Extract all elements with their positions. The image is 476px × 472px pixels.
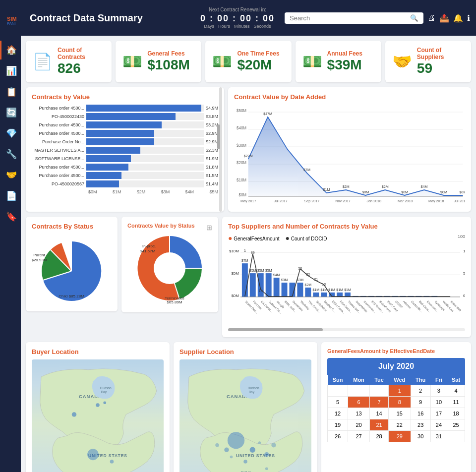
- svg-text:UNITED STATES: UNITED STATES: [236, 453, 275, 458]
- sidebar-item-bookmark[interactable]: 🔖: [0, 207, 21, 226]
- main-content: 📄 Count of Contracts 826 💵 General Fees …: [21, 36, 476, 472]
- svg-text:Nov 2017: Nov 2017: [335, 199, 351, 203]
- calendar-day: [328, 385, 348, 397]
- share-button[interactable]: 📤: [439, 13, 449, 23]
- calendar-day[interactable]: 10: [430, 397, 447, 408]
- bar-value: $1.4M: [206, 181, 218, 186]
- svg-point-158: [230, 456, 233, 459]
- svg-text:Bay: Bay: [101, 390, 107, 394]
- svg-point-139: [96, 403, 100, 407]
- bar-chart: Purchase order 4500... $4.9M PO-45000224…: [32, 105, 218, 187]
- sidebar-item-chart[interactable]: 📊: [0, 61, 21, 80]
- kpi-suppliers-value: 59: [417, 60, 464, 76]
- kpi-row: 📄 Count of Contracts 826 💵 General Fees …: [26, 41, 471, 82]
- bar-row: Purchase order 4500... $2.9M: [32, 130, 218, 137]
- calendar-day[interactable]: 12: [328, 408, 348, 419]
- kpi-annual-info: Annual Fees $39M: [327, 50, 374, 73]
- svg-text:Parent: Parent: [33, 253, 45, 257]
- svg-rect-77: [297, 283, 303, 297]
- sidebar-item-document[interactable]: 📄: [0, 186, 21, 205]
- calendar-day[interactable]: 31: [430, 431, 447, 442]
- svg-text:$2M: $2M: [343, 184, 350, 189]
- sidebar-item-diamond[interactable]: 💎: [0, 124, 21, 143]
- print-button[interactable]: 🖨: [427, 13, 435, 22]
- svg-text:50: 50: [463, 271, 465, 276]
- calendar-day[interactable]: 19: [328, 419, 348, 431]
- calendar-day[interactable]: 20: [348, 419, 370, 431]
- calendar-day[interactable]: 21: [369, 419, 388, 431]
- calendar-day[interactable]: 29: [389, 431, 411, 442]
- calendar-day[interactable]: 30: [411, 431, 430, 442]
- suppliers-scrollbar[interactable]: [228, 328, 465, 331]
- calendar-day[interactable]: 11: [447, 397, 465, 408]
- svg-text:$10M: $10M: [229, 249, 239, 253]
- calendar-day[interactable]: 27: [348, 431, 370, 442]
- svg-text:Jul 2018: Jul 2018: [454, 199, 465, 203]
- bar-value: $2.3M: [206, 148, 218, 153]
- help-button[interactable]: ℹ: [467, 13, 470, 23]
- cal-sat: Sat: [447, 375, 465, 385]
- kpi-general-fees-info: General Fees $108M: [147, 50, 194, 73]
- notification-button[interactable]: 🔔: [453, 13, 463, 23]
- calendar-day[interactable]: 14: [369, 408, 388, 419]
- calendar-day[interactable]: 23: [411, 419, 430, 431]
- calendar-day[interactable]: 1: [389, 385, 411, 397]
- topbar: SIM FANI Contract Data Summary Next Cont…: [0, 0, 476, 36]
- svg-text:May 2017: May 2017: [240, 199, 256, 203]
- bar-track: [86, 164, 204, 171]
- timer-sub: Days Hours Minutes Seconds: [200, 24, 275, 29]
- sidebar-item-list[interactable]: 📋: [0, 82, 21, 101]
- kpi-one-time-label: One Time Fees: [237, 50, 284, 57]
- calendar-day[interactable]: 7: [369, 397, 388, 408]
- calendar-day[interactable]: 6: [348, 397, 370, 408]
- bar-value: $3.2M: [206, 122, 218, 127]
- svg-text:$5M: $5M: [257, 269, 264, 272]
- calendar-day[interactable]: 4: [447, 385, 465, 397]
- bar-fill: [86, 130, 154, 137]
- svg-text:Hudson: Hudson: [248, 386, 259, 390]
- calendar-day[interactable]: 3: [430, 385, 447, 397]
- svg-text:$3M: $3M: [281, 278, 288, 282]
- search-input[interactable]: [290, 14, 406, 22]
- sidebar-item-home[interactable]: 🏠: [0, 41, 21, 59]
- expand-icon[interactable]: ⊞: [206, 224, 212, 232]
- calendar-day[interactable]: 28: [369, 431, 388, 442]
- calendar-day[interactable]: 26: [328, 431, 348, 442]
- calendar-day[interactable]: 22: [389, 419, 411, 431]
- calendar-day[interactable]: 5: [328, 397, 348, 408]
- svg-text:$0M: $0M: [231, 294, 238, 298]
- sidebar-item-tools[interactable]: 🔧: [0, 145, 21, 164]
- search-button[interactable]: 🔍: [410, 14, 418, 22]
- calendar-day[interactable]: 16: [411, 408, 430, 419]
- svg-point-152: [264, 452, 269, 457]
- calendar-day[interactable]: 13: [348, 408, 370, 419]
- calendar-day[interactable]: 8: [389, 397, 411, 408]
- bar-value: $2.9M: [206, 131, 218, 136]
- calendar-month: July 2020: [327, 358, 465, 375]
- layout: 🏠 📊 📋 🔄 💎 🔧 🤝 📄 🔖 📄 Count of Contracts 8…: [0, 36, 476, 472]
- kpi-one-time-fees: 💵 One Time Fees $20M: [205, 41, 291, 82]
- pie-chart-svg: Child $85.28M Parent $20.93M: [32, 234, 111, 303]
- svg-text:$5M: $5M: [265, 269, 272, 272]
- bar-value: $1.5M: [206, 173, 218, 178]
- calendar-day[interactable]: 18: [447, 408, 465, 419]
- calendar-day[interactable]: 25: [447, 419, 465, 431]
- calendar-day[interactable]: 2: [411, 385, 430, 397]
- bar-track: [86, 155, 204, 162]
- bar-fill: [86, 121, 162, 128]
- calendar-day[interactable]: 17: [430, 408, 447, 419]
- svg-text:$1M: $1M: [323, 187, 330, 192]
- svg-text:$20M: $20M: [237, 160, 246, 166]
- calendar-day[interactable]: 9: [411, 397, 430, 408]
- search-bar[interactable]: 🔍: [285, 12, 423, 24]
- calendar-day[interactable]: 15: [389, 408, 411, 419]
- sidebar-item-refresh[interactable]: 🔄: [0, 103, 21, 122]
- kpi-contracts-label: Count of Contracts: [58, 47, 105, 60]
- bar-label: Purchase order 4500...: [32, 165, 86, 170]
- svg-text:$7M: $7M: [241, 259, 248, 262]
- sidebar-item-handshake[interactable]: 🤝: [0, 166, 21, 184]
- bar-track: [86, 130, 204, 137]
- calendar-day[interactable]: 24: [430, 419, 447, 431]
- calendar-day: [348, 385, 370, 397]
- svg-text:$4M: $4M: [273, 273, 280, 277]
